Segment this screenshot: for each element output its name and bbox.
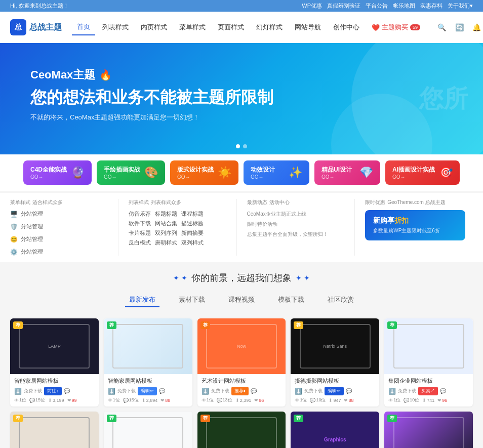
top-link-store[interactable]: 实惠存料 xyxy=(420,2,442,10)
bell-icon[interactable]: 🔔 xyxy=(470,20,483,34)
content-grid-row1: LAMP 荐 智能家居网站模板 ⬇️ 免费下载 前往↑ 💬 👁 1位 💬 15位… xyxy=(0,313,483,412)
card-6[interactable]: 荐 陈列展示网站模板 ⬇️ 免费下载 前往↑ 💬 👁 1位 💬 15位 ⬇ 87… xyxy=(10,412,99,448)
mock-laptop-8 xyxy=(206,417,277,448)
thumb-content-5 xyxy=(384,318,473,374)
nav-item-page[interactable]: 页面样式 xyxy=(213,20,249,35)
cat-go-design: GO→ xyxy=(177,174,214,180)
nav-item-create[interactable]: 创作中心 xyxy=(328,20,365,35)
menu-link-2b[interactable]: 标题标题 xyxy=(155,210,177,218)
promo-card[interactable]: 新购享折扣 多数量购WP主题限时低至6折 xyxy=(365,210,465,240)
card-7[interactable]: 荐 卫浴品牌网站模板 ⬇️ 免费下载 编辑✏ 💬 👁 1位 💬 15位 ⬇ 1,… xyxy=(104,412,192,448)
menu-desc-3c[interactable]: 总集主题平台全面升级，众望所归！ xyxy=(247,230,347,238)
stat-comments-1: 💬 15位 xyxy=(29,397,45,403)
menu-desc-3a[interactable]: CeoMax企业主题正式上线 xyxy=(247,210,347,218)
cat-label-ai: AI插画设计实战 xyxy=(392,166,435,174)
card-thumb-wrapper-3: Now 荐 xyxy=(197,318,286,374)
hero-dot-2[interactable] xyxy=(243,144,247,148)
dl-label-5: 免费下载 xyxy=(398,388,416,394)
cat-icon-motion: ✨ xyxy=(289,166,302,179)
menu-col-title-4: 限时优惠 GeoTheme.com 总战主题 xyxy=(365,199,465,206)
action-btn-1[interactable]: 前往↑ xyxy=(44,387,62,395)
card-4[interactable]: Natrix Sans 荐 摄德摄影网站模板 ⬇️ 免费下载 编辑✏ 💬 👁 1… xyxy=(291,318,379,406)
nav-item-inner[interactable]: 内页样式 xyxy=(136,20,172,35)
card-thumb-3: Now xyxy=(197,318,286,374)
card-tag-10: 荐 xyxy=(387,415,397,422)
action-btn-2[interactable]: 编辑✏ xyxy=(138,387,157,395)
top-link-verify[interactable]: 真假辨别验证 xyxy=(327,2,360,10)
tab-templates[interactable]: 模板下载 xyxy=(274,293,308,307)
nav-item-menu[interactable]: 菜单样式 xyxy=(174,20,211,35)
cat-card-motion[interactable]: 动效设计 GO→ ✨ xyxy=(244,160,309,185)
cat-card-ai[interactable]: AI插画设计实战 GO→ 🎯 xyxy=(385,160,460,185)
card-tag-6: 荐 xyxy=(13,415,23,422)
cat-icon-ai: 🎯 xyxy=(439,166,453,179)
cat-card-design[interactable]: 版式设计实战 GO→ ☀️ xyxy=(170,160,238,185)
tab-community[interactable]: 社区欣赏 xyxy=(324,293,358,307)
stat-comments-3: 💬 13位 xyxy=(217,397,232,403)
tab-assets[interactable]: 素材下载 xyxy=(175,293,209,307)
action-btn-4[interactable]: 编辑✏ xyxy=(325,387,344,395)
card-8[interactable]: 荐 茶叶网站模板 ⬇️ 免费下载 推荐♦ 💬 👁 1位 💬 12位 ⬇ 1,32… xyxy=(197,412,286,448)
tab-courses[interactable]: 课程视频 xyxy=(224,293,259,307)
nav-item-slide[interactable]: 幻灯样式 xyxy=(251,20,288,35)
menu-link-2d[interactable]: 软件下载 xyxy=(129,220,151,227)
logo[interactable]: 总 总战主题 xyxy=(10,19,62,35)
card-body-4: 摄德摄影网站模板 ⬇️ 免费下载 编辑✏ 💬 👁 1位 💬 10位 ⬇ 947 … xyxy=(291,374,379,406)
top-link-map[interactable]: 帐乐地图 xyxy=(393,2,415,10)
card-tag-3: 荐 xyxy=(200,321,210,329)
card-tag-8: 荐 xyxy=(200,415,210,422)
menu-link-1d[interactable]: 分站管理 xyxy=(21,248,43,256)
cat-go-ui: GO→ xyxy=(321,174,352,180)
menu-link-1a[interactable]: 分站管理 xyxy=(21,210,43,218)
menu-link-2e[interactable]: 网站合集 xyxy=(155,220,177,227)
card-thumb-8 xyxy=(197,412,286,448)
cat-icon-hand: 🎨 xyxy=(144,166,158,179)
card-9[interactable]: Graphics 荐 视频制作网站模板 ⬇️ 免费下载 编辑✏ 💬 👁 1位 💬… xyxy=(291,412,379,448)
menu-link-2k[interactable]: 唐朝样式 xyxy=(155,239,177,247)
refresh-icon[interactable]: 🔄 xyxy=(453,20,466,34)
menu-link-2j[interactable]: 反白模式 xyxy=(129,239,151,247)
card-3[interactable]: Now 荐 艺术设计网站模板 ⬇️ 免费下载 推荐♦ 💬 👁 1位 💬 13位 … xyxy=(197,318,286,406)
card-thumb-wrapper-5: 荐 xyxy=(384,318,473,374)
tab-latest[interactable]: 最新发布 xyxy=(125,293,159,307)
cat-card-c4d[interactable]: C4D全能实战 GO→ 🔮 xyxy=(23,160,92,185)
menu-link-2g[interactable]: 卡片标题 xyxy=(129,229,151,237)
thumb-content-7 xyxy=(104,412,192,448)
top-link-notice[interactable]: 平台公告 xyxy=(366,2,388,10)
card-10[interactable]: 荐 服饰礼服网站模板 ⬇️ 免费下载 买卖↗ 💬 👁 1位 💬 10位 ⬇ 64… xyxy=(384,412,473,448)
menu-link-2f[interactable]: 描述标题 xyxy=(181,220,204,227)
main-nav: 首页 列表样式 内页样式 菜单样式 页面样式 幻灯样式 网站导航 创作中心 ❤️… xyxy=(72,19,425,35)
menu-desc-3b[interactable]: 限时特价活动 xyxy=(247,220,347,228)
top-link-wp[interactable]: WP优惠 xyxy=(302,2,322,10)
cat-card-ui[interactable]: 精品UI设计 GO→ 💎 xyxy=(314,160,380,185)
cat-icon-design: ☀️ xyxy=(218,166,231,179)
search-icon[interactable]: 🔍 xyxy=(435,20,448,34)
menu-link-2a[interactable]: 仿音乐荐 xyxy=(129,210,151,218)
top-link-about[interactable]: 关于我们▾ xyxy=(448,2,473,10)
card-thumb-wrapper-1: LAMP 荐 xyxy=(10,318,99,374)
dl-icon-5: ⬇️ xyxy=(388,388,396,395)
action-btn-5[interactable]: 买卖↗ xyxy=(418,387,438,395)
nav-item-buy[interactable]: ❤️ 主题购买 59 xyxy=(367,20,425,35)
menu-link-1c[interactable]: 分站管理 xyxy=(21,235,43,243)
card-thumb-2 xyxy=(104,318,192,374)
nav-item-sitenav[interactable]: 网站导航 xyxy=(290,20,326,35)
comment-icon-5: 💬 xyxy=(440,388,446,394)
hero-dot-1[interactable] xyxy=(236,144,240,148)
nav-item-list[interactable]: 列表样式 xyxy=(97,20,134,35)
action-btn-3[interactable]: 推荐♦ xyxy=(231,387,249,395)
category-row: C4D全能实战 GO→ 🔮 手绘插画实战 GO→ 🎨 版式设计实战 GO→ ☀️… xyxy=(0,154,483,191)
card-1[interactable]: LAMP 荐 智能家居网站模板 ⬇️ 免费下载 前往↑ 💬 👁 1位 💬 15位… xyxy=(10,318,99,406)
menu-link-2h[interactable]: 双列序列 xyxy=(155,229,177,237)
menu-link-2l[interactable]: 双列样式 xyxy=(181,239,204,247)
menu-col-4: 限时优惠 GeoTheme.com 总战主题 新购享折扣 多数量购WP主题限时低… xyxy=(365,199,473,256)
card-2[interactable]: 荐 智能家居网站模板 ⬇️ 免费下载 编辑✏ 💬 👁 1位 💬 15位 ⬇ 2,… xyxy=(104,318,192,406)
card-5[interactable]: 荐 集团企业网站模板 ⬇️ 免费下载 买卖↗ 💬 👁 1位 💬 10位 ⬇ 74… xyxy=(384,318,473,406)
menu-link-2i[interactable]: 新闻摘要 xyxy=(181,229,204,237)
menu-link-1b[interactable]: 分站管理 xyxy=(21,223,43,230)
menu-link-2c[interactable]: 课程标题 xyxy=(181,210,204,218)
nav-item-home[interactable]: 首页 xyxy=(72,19,95,35)
top-bar-left: Hi, 欢迎来到总战主题！ xyxy=(10,2,69,10)
hero-brand: CeoMax主题 🔥 xyxy=(30,67,273,83)
cat-card-hand[interactable]: 手绘插画实战 GO→ 🎨 xyxy=(97,160,165,185)
